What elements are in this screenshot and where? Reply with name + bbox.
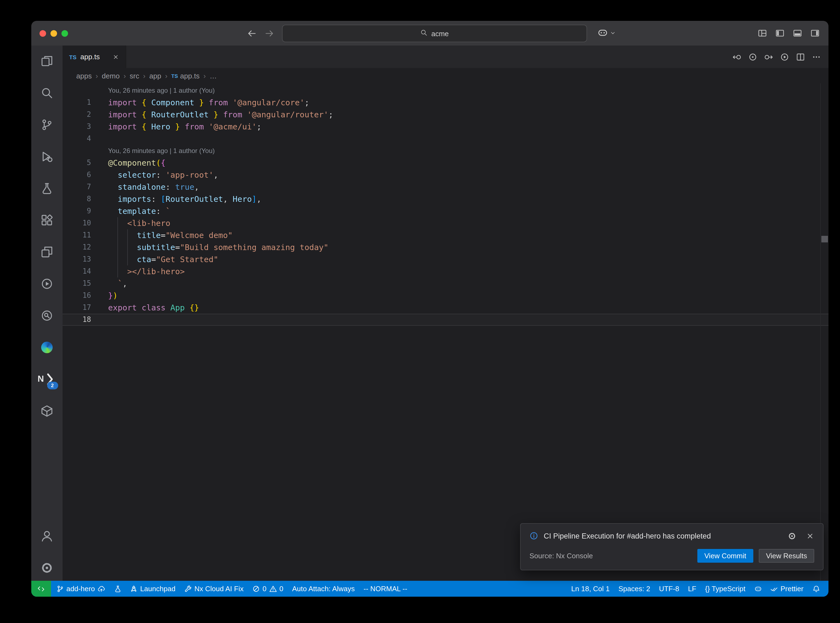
explorer-icon[interactable] [35, 50, 59, 72]
nx-cloud-ai-fix-item[interactable]: Nx Cloud AI Fix [180, 581, 248, 597]
indentation-item[interactable]: Spaces: 2 [614, 581, 655, 597]
view-commit-button[interactable]: View Commit [697, 549, 754, 563]
code-text[interactable]: ></lib-hero> [108, 265, 828, 278]
remote-explorer-icon[interactable] [35, 241, 59, 263]
source-control-icon[interactable] [35, 114, 59, 135]
code-text[interactable]: selector: 'app-root', [108, 169, 828, 181]
testing-icon[interactable] [35, 177, 59, 199]
breadcrumb-item[interactable]: app [149, 72, 161, 80]
breadcrumb-item[interactable]: apps [76, 72, 92, 80]
code-text[interactable]: `, [108, 278, 828, 290]
notifications-bell[interactable] [808, 581, 824, 597]
auto-attach-item[interactable]: Auto Attach: Always [288, 581, 359, 597]
code-line[interactable]: 10 <lib-hero [63, 217, 828, 229]
code-text[interactable]: standalone: true, [108, 181, 828, 193]
customize-layout-icon[interactable] [758, 29, 767, 38]
toggle-secondary-sidebar-icon[interactable] [810, 29, 820, 38]
launchpad-item[interactable]: Launchpad [126, 581, 180, 597]
overview-ruler[interactable] [820, 83, 828, 581]
settings-gear-icon[interactable] [35, 557, 59, 578]
minimize-button[interactable] [51, 30, 57, 37]
nx-console-icon[interactable]: N2 [35, 368, 59, 390]
view-results-button[interactable]: View Results [759, 549, 814, 563]
code-text[interactable]: export class App {} [108, 302, 828, 314]
accounts-icon[interactable] [35, 525, 59, 547]
beaker-status-item[interactable] [109, 581, 126, 597]
close-tab-icon[interactable] [112, 54, 119, 60]
notification-close-icon[interactable] [806, 532, 814, 540]
problems-item[interactable]: 00 [248, 581, 288, 597]
code-text[interactable]: }) [108, 290, 828, 302]
encoding-item[interactable]: UTF-8 [654, 581, 683, 597]
previous-change-button[interactable] [733, 52, 741, 61]
back-button[interactable] [247, 28, 257, 38]
code-line[interactable]: 18 [63, 314, 828, 326]
code-line[interactable]: 6 selector: 'app-root', [63, 169, 828, 181]
editor[interactable]: You, 26 minutes ago | 1 author (You)1imp… [63, 83, 828, 581]
breadcrumb-item[interactable]: … [210, 72, 217, 80]
copilot-menu[interactable] [597, 28, 616, 38]
forward-button[interactable] [264, 28, 274, 38]
code-text[interactable]: cta="Get Started" [108, 253, 828, 265]
vim-mode-item[interactable]: -- NORMAL -- [359, 581, 412, 597]
command-center[interactable]: acme [282, 25, 587, 42]
toggle-primary-sidebar-icon[interactable] [775, 29, 785, 38]
code-text[interactable]: <lib-hero [108, 217, 828, 229]
code-line[interactable]: 4 [63, 133, 828, 145]
split-editor-button[interactable] [796, 52, 805, 61]
edge-devtools-icon[interactable] [35, 336, 59, 358]
remote-indicator[interactable] [31, 581, 51, 597]
breadcrumb-item[interactable]: TSapp.ts [171, 72, 200, 80]
code-text[interactable]: import { RouterOutlet } from '@angular/r… [108, 109, 828, 121]
run-file-button[interactable] [780, 52, 789, 61]
open-changes-button[interactable] [748, 52, 757, 61]
code-text[interactable] [108, 133, 828, 145]
code-line[interactable]: 12 subtitle="Build something amazing tod… [63, 241, 828, 253]
code-line[interactable]: 17export class App {} [63, 302, 828, 314]
language-mode-item[interactable]: {} TypeScript [701, 581, 750, 597]
code-line[interactable]: 16}) [63, 290, 828, 302]
code-line[interactable]: 5@Component({ [63, 157, 828, 169]
code-text[interactable]: @Component({ [108, 157, 828, 169]
code-text[interactable]: import { Component } from '@angular/core… [108, 97, 828, 109]
titlebar[interactable]: acme [31, 21, 828, 46]
breadcrumb-item[interactable]: demo [102, 72, 120, 80]
cube-icon[interactable] [35, 400, 59, 422]
code-line[interactable]: 7 standalone: true, [63, 181, 828, 193]
prettier-item[interactable]: Prettier [766, 581, 808, 597]
zoom-button[interactable] [61, 30, 68, 37]
code-line[interactable]: 13 cta="Get Started" [63, 253, 828, 265]
git-branch-item[interactable]: add-hero [52, 581, 109, 597]
extensions-icon[interactable] [35, 209, 59, 231]
code-line[interactable]: 11 title="Welcmoe demo" [63, 229, 828, 241]
code-line[interactable]: 2import { RouterOutlet } from '@angular/… [63, 109, 828, 121]
notification-settings-icon[interactable] [788, 532, 796, 540]
breadcrumb-item[interactable]: src [130, 72, 139, 80]
code-line[interactable]: 8 imports: [RouterOutlet, Hero], [63, 193, 828, 205]
run-circle-icon[interactable] [35, 273, 59, 295]
code-line[interactable]: 15 `, [63, 278, 828, 290]
cursor-position-item[interactable]: Ln 18, Col 1 [567, 581, 614, 597]
code-text[interactable] [108, 314, 828, 326]
close-button[interactable] [40, 30, 46, 37]
code-text[interactable]: subtitle="Build something amazing today" [108, 241, 828, 253]
code-text[interactable]: imports: [RouterOutlet, Hero], [108, 193, 828, 205]
blame-annotation[interactable]: You, 26 minutes ago | 1 author (You) [63, 145, 828, 157]
code-text[interactable]: title="Welcmoe demo" [108, 229, 828, 241]
next-change-button[interactable] [764, 52, 773, 61]
copilot-status-item[interactable] [750, 581, 766, 597]
search-icon[interactable] [35, 82, 59, 104]
code-line[interactable]: 14 ></lib-hero> [63, 265, 828, 278]
run-debug-icon[interactable] [35, 145, 59, 167]
toggle-panel-icon[interactable] [793, 29, 802, 38]
code-line[interactable]: 9 template: ` [63, 205, 828, 217]
code-text[interactable]: import { Hero } from '@acme/ui'; [108, 121, 828, 133]
code-line[interactable]: 3import { Hero } from '@acme/ui'; [63, 121, 828, 133]
tab-app-ts[interactable]: TS app.ts [63, 46, 126, 68]
eol-item[interactable]: LF [683, 581, 701, 597]
code-inspect-icon[interactable] [35, 304, 59, 326]
code-line[interactable]: 1import { Component } from '@angular/cor… [63, 97, 828, 109]
blame-annotation[interactable]: You, 26 minutes ago | 1 author (You) [63, 84, 828, 97]
code-text[interactable]: template: ` [108, 205, 828, 217]
more-actions-button[interactable] [812, 52, 821, 61]
